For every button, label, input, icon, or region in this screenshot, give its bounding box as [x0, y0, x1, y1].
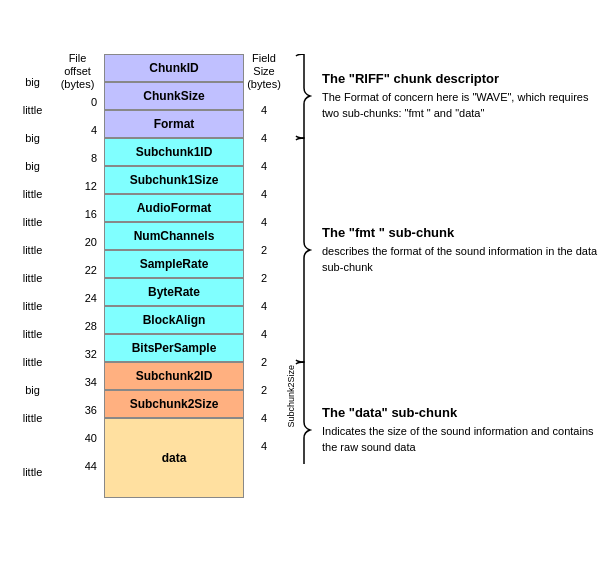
field-row: AudioFormat [104, 194, 244, 222]
endian-value: little [10, 236, 55, 264]
main-layout: biglittlebigbiglittlelittlelittlelittlel… [0, 20, 612, 540]
size-value: 2 [244, 236, 284, 264]
brace-column: Subchunk2Size [284, 20, 314, 464]
size-value: 4 [244, 208, 284, 236]
size-value: 4 [244, 124, 284, 152]
endian-value: little [10, 320, 55, 348]
endian-value: little [10, 432, 55, 512]
offset-value: 44 [85, 460, 100, 540]
desc-text: describes the format of the sound inform… [322, 244, 602, 275]
subchunk2size-vertical-label: Subchunk2Size [284, 328, 298, 464]
offset-value: 0 [91, 96, 100, 124]
endian-value: little [10, 292, 55, 320]
field-row: Subchunk2Size [104, 390, 244, 418]
endian-value: little [10, 208, 55, 236]
size-value: 2 [244, 376, 284, 404]
size-value: 4 [244, 96, 284, 124]
offset-value: 8 [91, 152, 100, 180]
size-value: 4 [244, 180, 284, 208]
endian-value: little [10, 348, 55, 376]
field-row: ChunkSize [104, 82, 244, 110]
field-row: data [104, 418, 244, 498]
field-row: BitsPerSample [104, 334, 244, 362]
endian-value: big [10, 124, 55, 152]
size-value [244, 460, 284, 540]
desc-title: The "fmt " sub-chunk [322, 225, 602, 240]
offset-value: 16 [85, 208, 100, 236]
offset-value: 32 [85, 348, 100, 376]
endian-value: little [10, 96, 55, 124]
offset-value: 36 [85, 404, 100, 432]
description-column: The "RIFF" chunk descriptorThe Format of… [314, 20, 602, 498]
desc-text: Indicates the size of the sound informat… [322, 424, 602, 455]
size-value: 2 [244, 264, 284, 292]
offset-value: 22 [85, 264, 100, 292]
size-value: 4 [244, 432, 284, 460]
size-value: 2 [244, 348, 284, 376]
offset-column: File offset(bytes) 048121620222428323436… [55, 20, 100, 540]
endian-value: little [10, 404, 55, 432]
desc-section-1: The "fmt " sub-chunkdescribes the format… [322, 138, 602, 362]
field-row: Subchunk1Size [104, 166, 244, 194]
size-value: 4 [244, 152, 284, 180]
endian-value: big [10, 68, 55, 96]
field-row: Format [104, 110, 244, 138]
field-row: ByteRate [104, 278, 244, 306]
offset-value: 24 [85, 292, 100, 320]
endian-column: biglittlebigbiglittlelittlelittlelittlel… [10, 20, 55, 512]
offset-value: 28 [85, 320, 100, 348]
field-table: ChunkIDChunkSizeFormatSubchunk1IDSubchun… [104, 20, 244, 498]
desc-section-2: The "data" sub-chunkIndicates the size o… [322, 362, 602, 498]
offset-value: 34 [85, 376, 100, 404]
field-row: Subchunk1ID [104, 138, 244, 166]
field-row: ChunkID [104, 54, 244, 82]
desc-title: The "data" sub-chunk [322, 405, 602, 420]
offset-value: 40 [85, 432, 100, 460]
endian-value: little [10, 264, 55, 292]
field-row: SampleRate [104, 250, 244, 278]
size-column: Field Size(bytes) 4444422442244 [244, 20, 284, 540]
size-value: 4 [244, 320, 284, 348]
field-row: NumChannels [104, 222, 244, 250]
desc-text: The Format of concern here is "WAVE", wh… [322, 90, 602, 121]
page-title [0, 0, 612, 20]
desc-section-0: The "RIFF" chunk descriptorThe Format of… [322, 54, 602, 138]
field-row: Subchunk2ID [104, 362, 244, 390]
field-name-header [104, 20, 244, 52]
endian-value: big [10, 376, 55, 404]
size-header: Field Size(bytes) [244, 52, 284, 92]
size-value: 4 [244, 292, 284, 320]
endian-value: big [10, 152, 55, 180]
offset-value: 20 [85, 236, 100, 264]
offset-header: File offset(bytes) [55, 52, 100, 92]
offset-value: 4 [91, 124, 100, 152]
offset-value: 12 [85, 180, 100, 208]
endian-value: little [10, 180, 55, 208]
field-row: BlockAlign [104, 306, 244, 334]
size-value: 4 [244, 404, 284, 432]
desc-title: The "RIFF" chunk descriptor [322, 71, 602, 86]
